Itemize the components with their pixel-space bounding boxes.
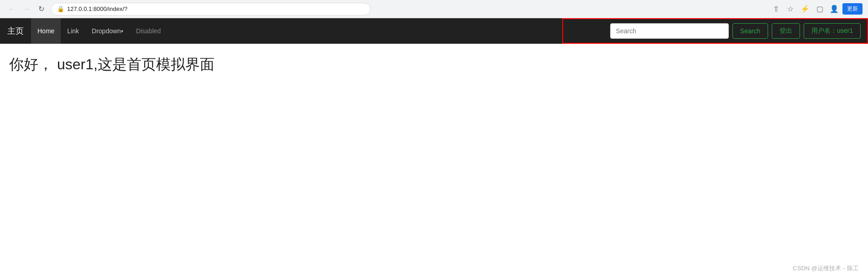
- footer-watermark: CSDN @运维技术－陈工: [793, 264, 859, 273]
- share-icon[interactable]: ⇧: [769, 3, 782, 15]
- search-input[interactable]: [610, 23, 729, 39]
- extensions-icon[interactable]: ⚡: [799, 3, 811, 15]
- search-button[interactable]: Search: [732, 23, 768, 39]
- update-button[interactable]: 更新: [842, 3, 863, 15]
- nav-link-home[interactable]: Home: [31, 18, 61, 44]
- browser-chrome: ← → ↻ 🔒 127.0.0.1:8000/index/? ⇧ ☆ ⚡ ▢ 👤…: [0, 0, 868, 18]
- tab-icon[interactable]: ▢: [813, 3, 826, 15]
- navbar-brand: 主页: [7, 26, 31, 36]
- logout-button[interactable]: 登出: [772, 23, 800, 39]
- reload-button[interactable]: ↻: [35, 3, 47, 15]
- address-bar[interactable]: 🔒 127.0.0.1:8000/index/?: [51, 3, 371, 15]
- browser-nav-buttons: ← → ↻: [5, 3, 47, 15]
- navbar-links: Home Link Dropdown ▾ Disabled: [31, 18, 610, 44]
- nav-link-link[interactable]: Link: [61, 18, 85, 44]
- dropdown-arrow-icon: ▾: [121, 29, 123, 34]
- navbar-right: Search 登出 用户名：user1: [610, 23, 861, 39]
- url-text: 127.0.0.1:8000/index/?: [67, 5, 127, 12]
- back-button[interactable]: ←: [5, 3, 18, 15]
- main-content: 你好， user1,这是首页模拟界面: [0, 44, 868, 272]
- nav-link-dropdown[interactable]: Dropdown ▾: [85, 18, 130, 44]
- browser-toolbar-right: ⇧ ☆ ⚡ ▢ 👤 更新: [769, 3, 863, 15]
- bookmark-icon[interactable]: ☆: [784, 3, 797, 15]
- username-button[interactable]: 用户名：user1: [804, 23, 861, 39]
- nav-link-disabled: Disabled: [130, 18, 167, 44]
- navbar: 主页 Home Link Dropdown ▾ Disabled Search …: [0, 18, 868, 44]
- greeting-text: 你好， user1,这是首页模拟界面: [9, 55, 859, 75]
- nav-dropdown-label: Dropdown: [92, 27, 121, 35]
- lock-icon: 🔒: [57, 5, 64, 12]
- forward-button[interactable]: →: [20, 3, 33, 15]
- profile-icon[interactable]: 👤: [828, 3, 841, 15]
